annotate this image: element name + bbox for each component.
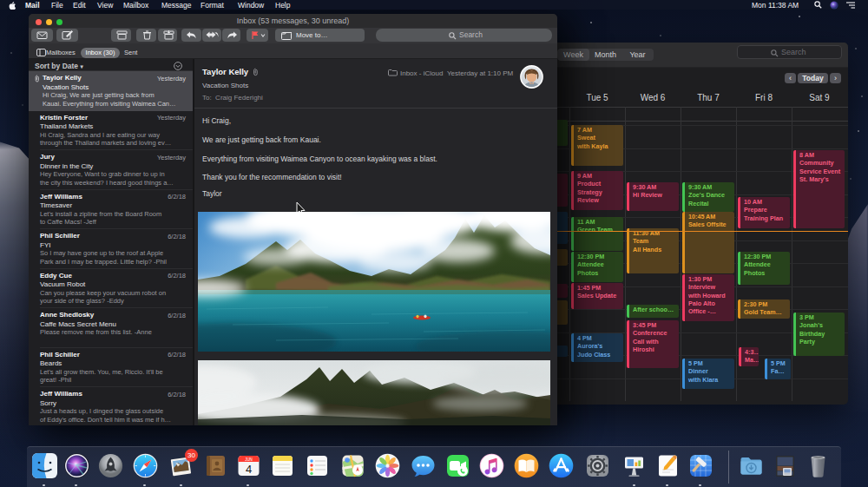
svg-text:4: 4: [245, 463, 251, 476]
svg-text:JUN: JUN: [245, 457, 253, 462]
